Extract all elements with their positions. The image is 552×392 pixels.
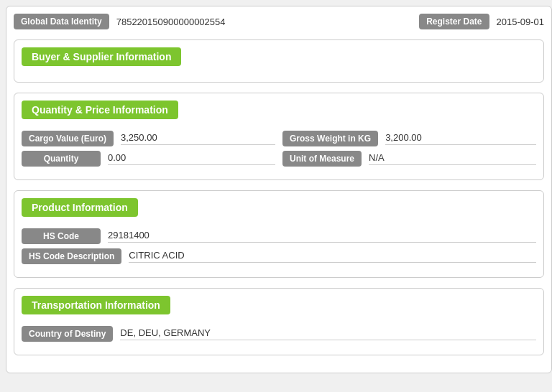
double-field-row: Cargo Value (Euro)3,250.00Gross Weight i… — [22, 131, 536, 146]
field-label: Unit of Measure — [282, 151, 362, 167]
section-quantity-price: Quantity & Price InformationCargo Value … — [14, 93, 544, 180]
field-row: HS Code DescriptionCITRIC ACID — [22, 248, 536, 264]
field-left: Cargo Value (Euro)3,250.00 — [22, 131, 275, 146]
register-date-label: Register Date — [419, 14, 489, 29]
register-date-value: 2015-09-01 — [497, 17, 545, 27]
field-value: 3,250.00 — [121, 132, 275, 145]
double-field-row: Quantity0.00Unit of MeasureN/A — [22, 151, 536, 167]
global-data-identity-value: 785220150900000002554 — [116, 17, 412, 27]
register-date-group: Register Date 2015-09-01 — [419, 14, 544, 29]
field-row: HS Code29181400 — [22, 228, 536, 244]
section-transportation: Transportation InformationCountry of Des… — [14, 288, 544, 355]
field-right: Gross Weight in KG3,200.00 — [282, 131, 536, 146]
header-row: Global Data Identity 7852201509000000025… — [14, 14, 544, 29]
field-row: Country of DestinyDE, DEU, GERMANY — [22, 326, 536, 342]
main-container: Global Data Identity 7852201509000000025… — [6, 6, 552, 373]
field-value: DE, DEU, GERMANY — [120, 327, 536, 340]
field-label: HS Code Description — [22, 248, 121, 264]
field-label: Gross Weight in KG — [282, 131, 378, 146]
field-value: 0.00 — [108, 152, 275, 165]
field-right: Unit of MeasureN/A — [282, 151, 536, 167]
sections-container: Buyer & Supplier InformationQuantity & P… — [14, 39, 544, 355]
section-buyer-supplier: Buyer & Supplier Information — [14, 39, 544, 83]
global-data-identity-label: Global Data Identity — [14, 14, 109, 29]
section-header-transportation: Transportation Information — [22, 296, 170, 314]
field-left: Quantity0.00 — [22, 151, 275, 167]
field-label: Quantity — [22, 151, 101, 167]
field-label: HS Code — [22, 228, 101, 244]
section-header-product: Product Information — [22, 198, 138, 217]
field-label: Country of Destiny — [22, 326, 113, 342]
section-header-buyer-supplier: Buyer & Supplier Information — [22, 47, 181, 66]
section-header-quantity-price: Quantity & Price Information — [22, 101, 178, 119]
section-product: Product InformationHS Code29181400HS Cod… — [14, 190, 544, 278]
field-value: CITRIC ACID — [129, 250, 536, 263]
field-value: 29181400 — [108, 230, 536, 243]
field-value: N/A — [369, 152, 536, 165]
field-value: 3,200.00 — [385, 132, 536, 145]
field-label: Cargo Value (Euro) — [22, 131, 114, 146]
